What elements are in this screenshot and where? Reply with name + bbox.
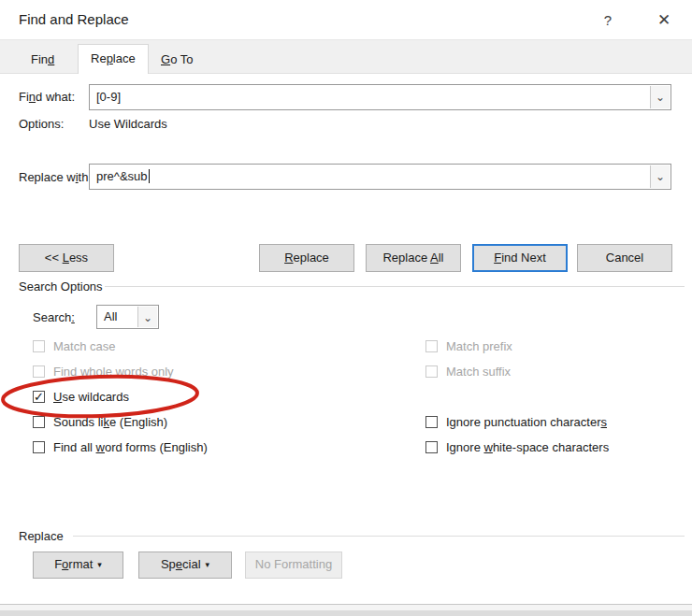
special-button[interactable]: Special▾ [138,552,232,579]
replace-all-button[interactable]: Replace All [366,244,461,272]
checkbox-find-whole-words-only: Find whole words only [33,364,174,379]
search-direction-value: All [104,309,117,323]
checkbox-match-case: Match case [33,338,115,353]
replace-group-label: Replace [19,529,64,543]
find-what-dropdown-button[interactable]: ⌄ [650,86,670,108]
cancel-button[interactable]: Cancel [577,244,672,272]
replace-with-input[interactable]: pre^&sub ⌄ [89,164,671,190]
replace-button[interactable]: Replace [259,244,354,272]
checkbox-box[interactable] [425,441,438,453]
replace-with-dropdown-button[interactable]: ⌄ [650,165,670,188]
checkbox-box-checked[interactable]: ✓ [33,391,45,403]
menu-arrow-icon: ▾ [206,560,210,569]
close-icon[interactable]: ✕ [651,7,677,34]
checkbox-box[interactable] [33,441,45,453]
no-formatting-button: No Formatting [245,552,342,579]
format-button[interactable]: Format▾ [33,552,123,579]
checkbox-find-all-word-forms[interactable]: Find all word forms (English) [33,439,208,454]
menu-arrow-icon: ▾ [97,560,102,569]
check-icon: ✓ [34,390,44,404]
options-value: Use Wildcards [89,117,167,131]
tab-strip: Find Replace Go To [0,39,692,74]
text-caret [149,169,150,183]
find-what-label: Find what: [19,90,75,104]
checkbox-box[interactable] [425,416,438,428]
less-button[interactable]: << Less [19,244,114,272]
help-icon[interactable]: ? [595,7,621,34]
search-options-group-label: Search Options [19,279,103,294]
checkbox-box [425,340,438,352]
tab-go-to[interactable]: Go To [149,47,205,73]
checkbox-use-wildcards[interactable]: ✓ Use wildcards [33,389,129,404]
search-direction-combobox[interactable]: All ⌄ [96,305,159,329]
search-direction-label: Search: [33,310,75,324]
checkbox-ignore-punctuation[interactable]: Ignore punctuation characters [425,414,607,429]
chevron-down-icon: ⌄ [656,170,665,183]
replace-group-divider [73,536,685,537]
checkbox-sounds-like[interactable]: Sounds like (English) [33,414,167,429]
chevron-down-icon: ⌄ [656,91,665,104]
checkbox-match-suffix: Match suffix [425,364,511,379]
search-options-divider [105,286,685,287]
find-replace-dialog: Find and Replace ? ✕ Find Replace Go To … [0,0,692,605]
replace-with-label: Replace with: [19,170,92,184]
replace-with-value: pre^&sub [96,169,150,183]
checkbox-box[interactable] [33,416,45,428]
checkbox-box [33,365,45,378]
find-what-input[interactable]: [0-9] ⌄ [89,84,671,110]
screen: Find and Replace ? ✕ Find Replace Go To … [0,0,692,616]
checkbox-box [425,365,438,378]
checkbox-box [33,340,45,352]
dialog-title: Find and Replace [19,11,129,27]
tab-replace[interactable]: Replace [78,44,149,74]
find-what-value: [0-9] [96,90,121,104]
checkbox-ignore-whitespace[interactable]: Ignore white-space characters [425,439,609,454]
find-next-button[interactable]: Find Next [472,244,568,272]
checkbox-match-prefix: Match prefix [425,338,512,353]
chevron-down-icon: ⌄ [143,311,152,324]
options-label: Options: [19,117,64,131]
background-strip [0,610,692,616]
tab-find[interactable]: Find [19,47,66,73]
search-direction-dropdown-button[interactable]: ⌄ [137,307,157,327]
